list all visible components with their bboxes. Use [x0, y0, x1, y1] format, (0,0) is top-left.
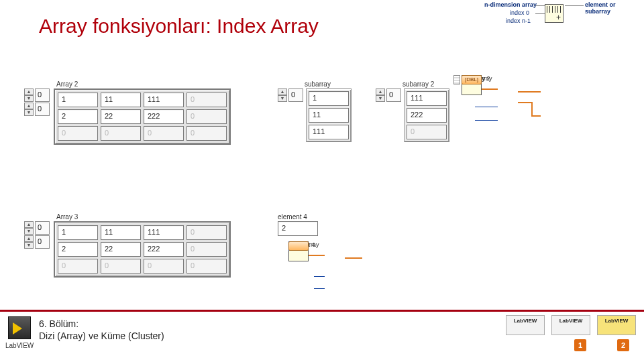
subarray2-label: subarray 2: [402, 80, 449, 88]
cell[interactable]: 1: [58, 225, 98, 240]
cell[interactable]: 0: [144, 259, 184, 274]
cell[interactable]: 0: [186, 242, 227, 257]
spin-up-icon[interactable]: ▲: [278, 88, 287, 95]
array3-cells: 1 11 111 0 2 22 222 0 0 0 0 0: [54, 221, 231, 278]
cell[interactable]: 2: [58, 242, 98, 257]
legend-indexn-label: index n-1: [506, 17, 531, 24]
cell[interactable]: 0: [101, 126, 141, 141]
cell: 11: [309, 108, 349, 123]
spin-up-icon[interactable]: ▲: [24, 103, 34, 109]
cell: 1: [309, 91, 349, 106]
spin-down-icon[interactable]: ▼: [376, 95, 385, 102]
footer-chapter: 6. Bölüm: Dizi (Array) ve Küme (Cluster): [39, 318, 164, 342]
array3-label: Array 3: [56, 213, 231, 221]
cell[interactable]: 1: [58, 93, 98, 107]
cell[interactable]: 11: [101, 93, 141, 107]
cell[interactable]: 0: [58, 126, 98, 141]
labview-logo-text: LabVIEW: [5, 342, 34, 349]
cert-badge: LabVIEW: [551, 315, 590, 335]
cert-badges: LabVIEW LabVIEW LabVIEW: [506, 315, 636, 335]
spin-down-icon[interactable]: ▼: [278, 95, 287, 102]
cell[interactable]: 0: [186, 93, 227, 107]
index-value[interactable]: 0: [288, 88, 303, 102]
spin-down-icon[interactable]: ▼: [24, 228, 34, 235]
array3-col-index[interactable]: ▲▼ 0: [24, 235, 50, 249]
cell[interactable]: 111: [144, 225, 184, 240]
cell: 222: [407, 108, 447, 123]
index-value[interactable]: 0: [35, 103, 50, 116]
badge-number: 1: [574, 339, 586, 351]
cell[interactable]: 111: [144, 93, 184, 107]
cell[interactable]: 0: [144, 126, 184, 141]
subarray-indicator: subarray ▲▼ 0 1 11 111: [278, 80, 352, 142]
cell[interactable]: 0: [101, 259, 141, 274]
index-value[interactable]: 0: [35, 235, 50, 249]
spin-up-icon[interactable]: ▲: [376, 88, 385, 95]
index-value[interactable]: 0: [386, 88, 401, 102]
element4-value: 2: [278, 221, 318, 236]
subarray2-indicator: subarray 2 ▲▼ 0 111 222 0: [376, 80, 449, 142]
cell: 111: [309, 125, 349, 139]
spin-down-icon[interactable]: ▼: [24, 95, 34, 102]
cell[interactable]: 0: [186, 109, 227, 124]
cell[interactable]: 0: [186, 225, 227, 240]
cell[interactable]: 0: [186, 259, 227, 274]
cell: 0: [407, 125, 447, 139]
footer-chapter-title: Dizi (Array) ve Küme (Cluster): [39, 330, 164, 342]
cert-badge: LabVIEW: [506, 315, 545, 335]
block-diagram-2: Array 3 Index Array [DBL] 1 0 element 4: [288, 241, 416, 302]
index-value[interactable]: 0: [35, 88, 50, 102]
legend-index0-label: index 0: [510, 9, 529, 16]
spin-down-icon[interactable]: ▼: [24, 242, 34, 249]
array2-control: Array 2 ▲▼ 0 ▲▼ 0 1 11 111 0 2 22 222: [24, 80, 231, 145]
footer-chapter-number: 6. Bölüm:: [39, 318, 164, 330]
array3-row-index[interactable]: ▲▼ 0: [24, 221, 50, 235]
cert-badge: LabVIEW: [597, 315, 636, 335]
labview-logo-icon: [8, 316, 31, 339]
cell[interactable]: 11: [101, 225, 141, 240]
index-array-legend: n-dimension array index 0 index n-1 elem…: [484, 1, 639, 29]
array-glyph-icon: [453, 75, 460, 84]
cell[interactable]: 0: [186, 126, 227, 141]
dbl-sink-icon: [DBL]: [462, 75, 482, 84]
subarray-label: subarray: [305, 80, 352, 88]
cell[interactable]: 0: [58, 259, 98, 274]
spin-down-icon[interactable]: ▼: [24, 109, 34, 116]
slide-title: Array fonksiyonları: Index Array: [39, 15, 319, 38]
index-array-function-icon: [545, 4, 564, 23]
dbl-sink-icon: [288, 241, 309, 251]
footer-divider: [0, 310, 644, 312]
subarray-index[interactable]: ▲▼ 0: [278, 88, 303, 102]
cell[interactable]: 222: [144, 242, 184, 257]
badge-number: 2: [617, 339, 629, 351]
index-value[interactable]: 0: [35, 221, 50, 235]
array2-cells: 1 11 111 0 2 22 222 0 0 0 0 0: [54, 88, 231, 145]
legend-output-label: element or subarray: [585, 1, 639, 15]
subarray2-index[interactable]: ▲▼ 0: [376, 88, 401, 102]
block-diagram-1: Array 2 Index Array [DBL] 0 2 subarray […: [462, 75, 609, 149]
array3-control: Array 3 ▲▼ 0 ▲▼ 0 1 11 111 0 2 22 222: [24, 213, 231, 278]
cell[interactable]: 22: [101, 109, 141, 124]
cell[interactable]: 22: [101, 242, 141, 257]
spin-up-icon[interactable]: ▲: [24, 235, 34, 242]
spin-up-icon[interactable]: ▲: [24, 88, 34, 95]
cell: 111: [407, 91, 447, 106]
array2-row-index[interactable]: ▲▼ 0: [24, 88, 50, 102]
legend-ndarray-label: n-dimension array: [484, 1, 537, 8]
array2-col-index[interactable]: ▲▼ 0: [24, 103, 50, 116]
array2-label: Array 2: [56, 80, 231, 88]
cell[interactable]: 222: [144, 109, 184, 124]
element4-indicator: element 4 2: [278, 213, 318, 236]
cell[interactable]: 2: [58, 109, 98, 124]
spin-up-icon[interactable]: ▲: [24, 221, 34, 228]
element4-label: element 4: [278, 213, 318, 221]
cert-badge-numbers: 1 2: [574, 339, 629, 351]
